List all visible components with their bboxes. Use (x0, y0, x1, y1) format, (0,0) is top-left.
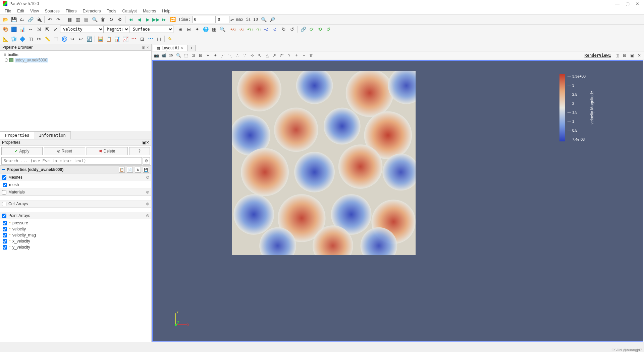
menu-sources[interactable]: Sources (42, 8, 62, 14)
vcr-loop-icon[interactable]: 🔁 (169, 15, 177, 24)
tab-properties[interactable]: Properties (0, 131, 34, 139)
reset-cam-icon[interactable]: ⟲ (316, 25, 324, 33)
filter-icon[interactable]: 📈 (121, 35, 129, 43)
menu-filters[interactable]: Filters (63, 8, 79, 14)
edit-color-icon[interactable]: ↔ (26, 25, 35, 33)
close-tab-icon[interactable]: ✕ (181, 46, 183, 50)
rotate-cw-icon[interactable]: ↻ (280, 25, 288, 33)
filter-icon[interactable]: 🌀 (60, 35, 68, 43)
visibility-icon[interactable] (5, 58, 8, 62)
pointer-icon[interactable]: ↖ (256, 52, 263, 59)
camera-icon[interactable]: 📹 (160, 52, 167, 59)
menu-file[interactable]: File (2, 8, 14, 14)
filter-icon[interactable]: 🧮 (96, 35, 104, 43)
vcr-play-icon[interactable]: ▶ (144, 15, 152, 24)
vcr-first-icon[interactable]: ⏮ (127, 15, 135, 24)
pipeline-server-row[interactable]: 🖥 builtin: (3, 52, 149, 57)
split-v-icon[interactable]: ⊟ (621, 52, 628, 59)
list-item[interactable]: ∷x_velocity (0, 238, 151, 244)
color-icon[interactable]: 🎨 (1, 25, 9, 33)
axis-py-icon[interactable]: +Y↑ (246, 25, 254, 33)
menu-view[interactable]: View (28, 8, 42, 14)
btn-icon[interactable]: ▤ (82, 15, 90, 24)
reset-cam-icon[interactable]: ⟳ (308, 25, 316, 33)
rescale-icon[interactable]: ⇲ (35, 25, 43, 33)
menu-macros[interactable]: Macros (140, 8, 159, 14)
axis-px-icon[interactable]: +X↑ (229, 25, 237, 33)
meshes-checkbox[interactable] (2, 175, 6, 180)
list-item[interactable]: ∷velocity (0, 226, 151, 232)
reset-button[interactable]: ⊘Reset (44, 147, 85, 155)
pipeline-browser[interactable]: 🖥 builtin: eddy_uv.nek5000 (0, 51, 151, 131)
select-icon[interactable]: ✶ (205, 52, 211, 59)
settings-gear-icon[interactable]: ⚙ (143, 157, 150, 165)
scalar-bar-icon[interactable]: 📊 (18, 25, 26, 33)
list-item[interactable]: ∷pressure (0, 220, 151, 226)
save-icon[interactable]: 💾 (143, 167, 149, 173)
filter-icon[interactable]: 🔷 (18, 35, 26, 43)
time-step-input[interactable] (216, 16, 229, 23)
close-panel-icon[interactable]: ✕ (146, 46, 149, 49)
pointer-icon[interactable]: △ (264, 52, 270, 59)
zoom-icon[interactable]: 🔍 (175, 52, 182, 59)
close-panel-icon[interactable]: ✕ (146, 140, 149, 145)
redo-icon[interactable]: ↷ (54, 15, 62, 24)
btn-icon[interactable]: ▥ (74, 15, 82, 24)
apply-button[interactable]: ✔Apply (1, 147, 43, 155)
filter-icon[interactable]: ◫ (26, 35, 35, 43)
select-icon[interactable]: ⋱ (227, 52, 233, 59)
dock-icon[interactable]: ▣ (142, 140, 146, 145)
select-icon[interactable]: ✦ (212, 52, 219, 59)
tab-information[interactable]: Information (34, 131, 70, 139)
save-icon[interactable]: 💾 (10, 15, 18, 24)
filter-icon[interactable]: ⬚ (52, 35, 60, 43)
info-icon[interactable]: ? (286, 52, 292, 59)
btn-icon[interactable]: 🔍 (91, 15, 99, 24)
menu-edit[interactable]: Edit (14, 8, 27, 14)
connect-icon[interactable]: 🔗 (26, 15, 35, 24)
rescale-icon[interactable]: ⤢ (52, 25, 60, 33)
dock-icon[interactable]: ▣ (142, 46, 145, 49)
2d-toggle[interactable]: 2D (168, 52, 174, 59)
python-icon[interactable]: {..} (155, 35, 163, 43)
axis-nz-icon[interactable]: -Z↑ (271, 25, 279, 33)
reset-cam-icon[interactable]: ↺ (324, 25, 332, 33)
axis-ny-icon[interactable]: -Y↑ (255, 25, 263, 33)
rotate-ccw-icon[interactable]: ↺ (288, 25, 296, 33)
select-icon[interactable]: ∵ (241, 52, 248, 59)
cam-icon[interactable]: 🌐 (202, 25, 210, 33)
paste-icon[interactable]: 📄 (127, 167, 133, 173)
split-h-icon[interactable]: ◫ (614, 52, 621, 59)
filter-icon[interactable]: 〰 (147, 35, 155, 43)
color-legend[interactable]: 3.3e+0032.521.510.57.4e-03 velocity Magn… (559, 74, 596, 141)
btn-icon[interactable]: ⚙ (116, 15, 124, 24)
list-item[interactable]: mesh (0, 182, 151, 188)
filter-icon[interactable]: ↪ (68, 35, 76, 43)
select-icon[interactable]: ⊟ (197, 52, 204, 59)
search-input[interactable] (1, 157, 142, 165)
undo-icon[interactable]: ↶ (46, 15, 54, 24)
filter-icon[interactable]: 🧊 (10, 35, 18, 43)
materials-checkbox[interactable] (2, 190, 6, 194)
vcr-next-icon[interactable]: ▶▶ (152, 15, 160, 24)
open-icon[interactable]: 📂 (1, 15, 9, 24)
close-button[interactable]: ✕ (636, 1, 639, 6)
cam-icon[interactable]: ⊟ (185, 25, 193, 33)
pipeline-source-row[interactable]: eddy_uv.nek5000 (3, 57, 149, 63)
btn-icon[interactable]: ↻ (107, 15, 115, 24)
delete-button[interactable]: ✖Delete (87, 147, 128, 155)
filter-icon[interactable]: ↩ (77, 35, 85, 43)
axis-pz-icon[interactable]: +Z↑ (263, 25, 271, 33)
representation-select[interactable]: Surface (130, 26, 173, 33)
minus-icon[interactable]: − (301, 52, 307, 59)
menu-extractors[interactable]: Extractors (80, 8, 104, 14)
select-icon[interactable]: ⬚ (182, 52, 189, 59)
copy-icon[interactable]: 📋 (119, 167, 125, 173)
minimize-button[interactable]: — (615, 1, 620, 6)
close-view-icon[interactable]: ✕ (636, 52, 643, 59)
group-cell-arrays[interactable]: Cell Arrays ⊚ (0, 201, 151, 208)
component-select[interactable]: Magnitud (104, 26, 129, 33)
group-meshes[interactable]: Meshes ⊚ (0, 174, 151, 181)
select-icon[interactable]: ⊡ (190, 52, 197, 59)
menu-catalyst[interactable]: Catalyst (120, 8, 140, 14)
